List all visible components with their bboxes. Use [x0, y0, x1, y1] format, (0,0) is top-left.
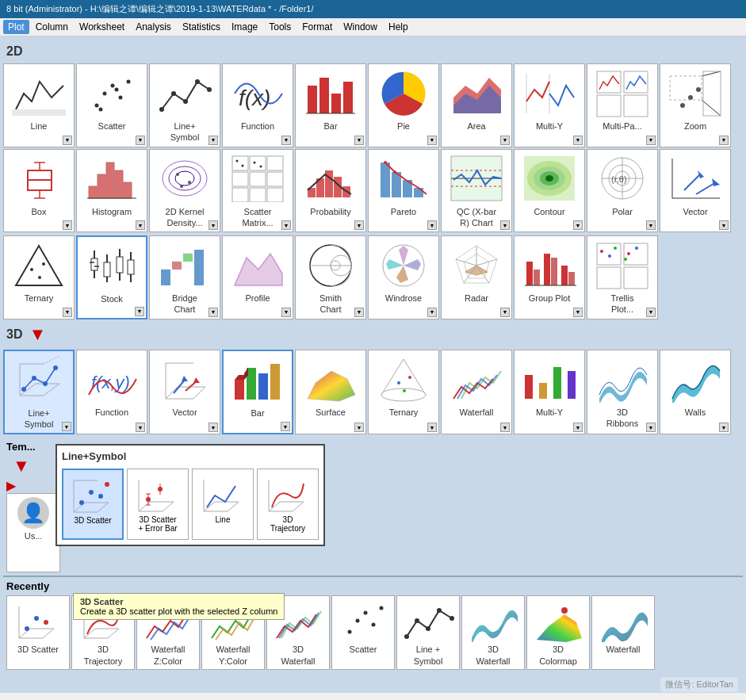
chart-3d-multi-y[interactable]: Multi-Y ▼ — [514, 350, 585, 435]
chart-3d-line-symbol[interactable]: Line+Symbol ▼ — [3, 350, 75, 435]
template-user-icon[interactable]: 👤 Us... — [6, 493, 60, 572]
scatter-matrix-dropdown[interactable]: ▼ — [281, 220, 291, 230]
chart-windrose[interactable]: Windrose ▼ — [368, 235, 439, 319]
probability-dropdown[interactable]: ▼ — [354, 220, 364, 230]
chart-multi-y[interactable]: Multi-Y ▼ — [514, 63, 585, 147]
qc-dropdown[interactable]: ▼ — [500, 220, 510, 230]
chart-3d-ribbons[interactable]: 3DRibbons ▼ — [587, 350, 658, 435]
group-plot-dropdown[interactable]: ▼ — [573, 308, 583, 317]
windrose-dropdown[interactable]: ▼ — [427, 308, 437, 317]
3d-surface-dropdown[interactable]: ▼ — [354, 423, 364, 432]
3d-ribbons-dropdown[interactable]: ▼ — [646, 423, 656, 432]
popup-3d-trajectory[interactable]: 3DTrajectory — [257, 469, 319, 540]
multi-y-dropdown[interactable]: ▼ — [573, 136, 583, 145]
3d-line-symbol-dropdown[interactable]: ▼ — [62, 422, 71, 431]
box-dropdown[interactable]: ▼ — [63, 220, 72, 230]
chart-function-2d[interactable]: f(x) Function ▼ — [222, 63, 293, 147]
chart-area[interactable]: Area ▼ — [441, 63, 512, 147]
chart-bar[interactable]: Bar ▼ — [295, 63, 366, 147]
profile-dropdown[interactable]: ▼ — [281, 308, 291, 317]
chart-3d-surface[interactable]: Surface ▼ — [295, 350, 366, 435]
chart-kernel-density[interactable]: 2D KernelDensity... ▼ — [149, 149, 220, 233]
recent-line-symbol[interactable]: Line +Symbol — [396, 595, 460, 670]
3d-multi-y-dropdown[interactable]: ▼ — [573, 423, 583, 432]
chart-radar[interactable]: Radar ▼ — [441, 235, 512, 319]
chart-3d-function[interactable]: f(x,y) Function ▼ — [76, 350, 147, 435]
chart-zoom[interactable]: Zoom ▼ — [660, 63, 731, 147]
menu-statistics[interactable]: Statistics — [178, 20, 225, 34]
chart-3d-waterfall[interactable]: Waterfall ▼ — [441, 350, 512, 435]
bar-dropdown[interactable]: ▼ — [354, 136, 364, 145]
chart-scatter-matrix[interactable]: ScatterMatrix... ▼ — [222, 149, 293, 233]
menu-tools[interactable]: Tools — [264, 20, 296, 34]
chart-3d-ternary[interactable]: Ternary ▼ — [368, 350, 439, 435]
chart-contour[interactable]: Contour ▼ — [514, 149, 585, 233]
radar-dropdown[interactable]: ▼ — [500, 308, 510, 317]
stock-dropdown[interactable]: ▼ — [135, 307, 144, 316]
3d-walls-dropdown[interactable]: ▼ — [719, 423, 729, 432]
chart-scatter[interactable]: Scatter ▼ — [76, 63, 147, 147]
histogram-dropdown[interactable]: ▼ — [136, 220, 145, 230]
menu-analysis[interactable]: Analysis — [131, 20, 176, 34]
trellis-dropdown[interactable]: ▼ — [646, 308, 656, 317]
recent-3d-waterfall2[interactable]: 3DWaterfall — [461, 595, 525, 670]
chart-smith[interactable]: SmithChart ▼ — [295, 235, 366, 319]
zoom-dropdown[interactable]: ▼ — [719, 136, 729, 145]
chart-ternary[interactable]: Ternary ▼ — [3, 235, 75, 319]
3d-ternary-dropdown[interactable]: ▼ — [427, 423, 437, 432]
menu-help[interactable]: Help — [384, 20, 413, 34]
chart-bridge[interactable]: BridgeChart ▼ — [149, 235, 220, 319]
popup-3d-scatter[interactable]: 3D Scatter — [62, 469, 124, 540]
polar-dropdown[interactable]: ▼ — [646, 220, 656, 230]
chart-polar[interactable]: (r,θ) Polar ▼ — [587, 149, 658, 233]
kernel-density-dropdown[interactable]: ▼ — [208, 220, 218, 230]
menu-image[interactable]: Image — [227, 20, 262, 34]
bridge-dropdown[interactable]: ▼ — [208, 308, 218, 317]
menu-format[interactable]: Format — [297, 20, 337, 34]
chart-group-plot[interactable]: Group Plot ▼ — [514, 235, 585, 319]
multi-panel-dropdown[interactable]: ▼ — [646, 136, 656, 145]
chart-probability[interactable]: Probability ▼ — [295, 149, 366, 233]
3d-waterfall-dropdown[interactable]: ▼ — [500, 423, 510, 432]
popup-3d-scatter-error[interactable]: 3D Scatter+ Error Bar — [127, 469, 189, 540]
vector-dropdown[interactable]: ▼ — [719, 220, 729, 230]
3d-vector-dropdown[interactable]: ▼ — [208, 423, 218, 432]
ternary-dropdown[interactable]: ▼ — [63, 308, 72, 317]
menu-plot[interactable]: Plot — [3, 20, 29, 34]
chart-qc[interactable]: QC (X-barR) Chart ▼ — [441, 149, 512, 233]
menu-worksheet[interactable]: Worksheet — [75, 20, 129, 34]
menu-column[interactable]: Column — [31, 20, 73, 34]
contour-dropdown[interactable]: ▼ — [573, 220, 583, 230]
3d-function-dropdown[interactable]: ▼ — [136, 423, 145, 432]
scatter-dropdown[interactable]: ▼ — [136, 136, 145, 145]
chart-3d-walls[interactable]: Walls ▼ — [660, 350, 731, 435]
recent-3d-scatter[interactable]: 3D Scatter — [6, 595, 70, 670]
line-dropdown[interactable]: ▼ — [63, 136, 72, 145]
chart-profile[interactable]: Profile ▼ — [222, 235, 293, 319]
3d-bar-dropdown[interactable]: ▼ — [281, 422, 290, 431]
area-dropdown[interactable]: ▼ — [500, 136, 510, 145]
recent-3d-colormap[interactable]: 3DColormap — [526, 595, 590, 670]
chart-multi-panel[interactable]: Multi-Pa... ▼ — [587, 63, 658, 147]
line-symbol-dropdown[interactable]: ▼ — [208, 136, 218, 145]
pie-dropdown[interactable]: ▼ — [427, 136, 437, 145]
chart-3d-bar[interactable]: Bar ▼ — [222, 350, 293, 435]
chart-line-symbol[interactable]: Line+Symbol ▼ — [149, 63, 220, 147]
popup-line-3d[interactable]: Line — [192, 469, 254, 540]
chart-line[interactable]: Line ▼ — [3, 63, 75, 147]
chart-box[interactable]: Box ▼ — [3, 149, 75, 233]
svg-rect-111 — [128, 260, 134, 274]
chart-trellis[interactable]: TrellisPlot... ▼ — [587, 235, 658, 319]
chart-stock[interactable]: Stock ▼ — [76, 235, 147, 319]
recent-scatter[interactable]: Scatter — [331, 595, 395, 670]
menu-window[interactable]: Window — [339, 20, 382, 34]
chart-pareto[interactable]: Pareto ▼ — [368, 149, 439, 233]
chart-vector[interactable]: Vector ▼ — [660, 149, 731, 233]
function-2d-dropdown[interactable]: ▼ — [281, 136, 291, 145]
chart-histogram[interactable]: Histogram ▼ — [76, 149, 147, 233]
recent-waterfall[interactable]: Waterfall — [591, 595, 655, 670]
pareto-dropdown[interactable]: ▼ — [427, 220, 437, 230]
chart-pie[interactable]: Pie ▼ — [368, 63, 439, 147]
smith-dropdown[interactable]: ▼ — [354, 308, 364, 317]
chart-3d-vector[interactable]: Vector ▼ — [149, 350, 220, 435]
